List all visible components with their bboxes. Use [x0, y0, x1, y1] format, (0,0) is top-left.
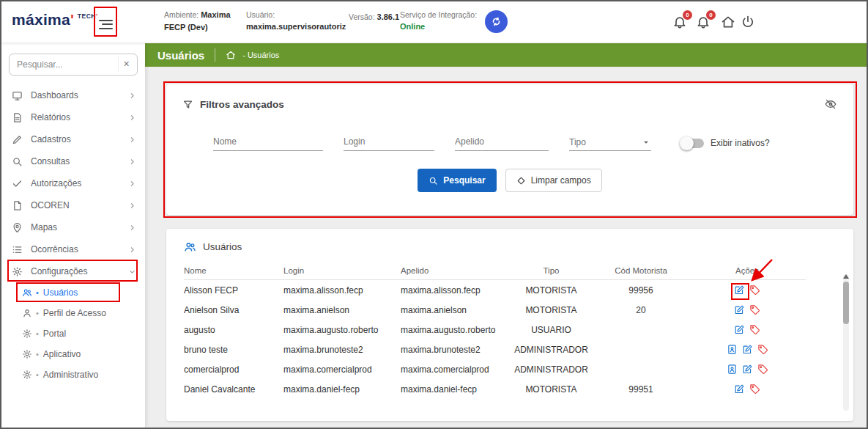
sidebar-item-cadastros[interactable]: Cadastros: [1, 128, 145, 150]
hamburger-menu-icon[interactable]: [99, 17, 113, 32]
sidebar-subitem-perfil-de-acesso[interactable]: Perfil de Acesso: [1, 303, 145, 323]
logout-icon: [741, 15, 755, 29]
home-icon[interactable]: [226, 50, 236, 60]
sync-icon: [490, 15, 502, 28]
cell-login: maxima.augusto.roberto: [283, 320, 401, 340]
cell-tipo: MOTORISTA: [509, 280, 593, 301]
sidebar-item-configuracoes[interactable]: Configurações: [1, 260, 145, 282]
sidebar-item-label: Dashboards: [31, 90, 78, 100]
tag-icon[interactable]: [757, 364, 768, 375]
cell-cod-motorista: 99951: [593, 379, 689, 399]
address-book-icon[interactable]: [727, 364, 738, 375]
chevron-right-icon: [128, 158, 136, 166]
search-clear-button[interactable]: ×: [118, 56, 134, 73]
sidebar-item-label: Cadastros: [31, 134, 71, 144]
scrollbar-up-arrow[interactable]: [843, 274, 849, 279]
pesquisar-button[interactable]: Pesquisar: [418, 169, 496, 192]
chevron-right-icon: [128, 180, 136, 188]
main-content: Usuários - Usuários Filtros avançados: [145, 43, 867, 428]
tag-icon[interactable]: [749, 324, 760, 335]
version-label: Versão:: [349, 12, 375, 21]
sidebar-subitem-portal[interactable]: Portal: [1, 323, 145, 344]
alert-badge: 0: [706, 10, 716, 20]
chevron-right-icon: [128, 202, 136, 210]
apelido-field: [455, 134, 549, 151]
map-pin-icon: [12, 222, 23, 233]
nome-field: [213, 134, 323, 151]
tag-icon[interactable]: [749, 285, 760, 296]
column-header-cod-motorista: Cód Motorista: [593, 262, 689, 280]
sidebar-subitem-label: Aplicativo: [36, 349, 81, 359]
search-icon: [429, 176, 438, 186]
list-icon: [12, 244, 23, 255]
login-input[interactable]: [344, 136, 434, 147]
edit-user-icon[interactable]: [734, 324, 745, 335]
eye-slash-icon[interactable]: [824, 98, 837, 111]
sidebar-search[interactable]: ×: [9, 54, 138, 76]
sidebar-subitem-administrativo[interactable]: Administrativo: [1, 364, 145, 385]
tag-icon[interactable]: [757, 344, 768, 355]
dashboard-icon: [12, 90, 23, 101]
sidebar-item-ocoren[interactable]: OCOREN: [1, 194, 145, 216]
edit-user-icon[interactable]: [734, 304, 745, 315]
application-window: máxima TECH Ambiente: Maxima FECP (Dev) …: [0, 0, 868, 429]
address-book-icon[interactable]: [727, 344, 738, 355]
divider: [215, 48, 215, 62]
chevron-down-icon: [128, 268, 136, 276]
table-scrollbar[interactable]: [843, 274, 849, 411]
limpar-campos-button[interactable]: Limpar campos: [505, 169, 602, 192]
sidebar-item-ocorrencias[interactable]: Ocorrências: [1, 238, 145, 260]
sidebar-search-input[interactable]: [17, 59, 118, 70]
tipo-select-value[interactable]: [569, 137, 641, 147]
cell-nome: Anielson Silva: [184, 300, 283, 320]
tipo-select[interactable]: [569, 137, 651, 151]
top-header: máxima TECH Ambiente: Maxima FECP (Dev) …: [1, 1, 867, 43]
sidebar-subitem-aplicativo[interactable]: Aplicativo: [1, 344, 145, 364]
table-row: augusto maxima.augusto.roberto maxima.au…: [184, 320, 806, 340]
integration-status-button[interactable]: [485, 10, 508, 33]
sidebar-subitem-label: Perfil de Acesso: [36, 308, 106, 318]
people-icon: [184, 241, 196, 253]
gear-icon: [22, 349, 32, 359]
cell-cod-motorista: [593, 320, 689, 340]
logout-button[interactable]: [741, 15, 755, 29]
cell-apelido: maxima.alisson.fecp: [401, 280, 509, 301]
cell-login: maxima.alisson.fecp: [283, 280, 401, 301]
sidebar-subitem-usuarios[interactable]: Usuários: [1, 282, 145, 303]
integration-service-info: Serviço de Integração: Online: [400, 9, 486, 33]
sidebar-item-dashboards[interactable]: Dashboards: [1, 84, 145, 106]
alerts-bell-button[interactable]: 0: [696, 15, 711, 29]
scrollbar-thumb[interactable]: [843, 282, 849, 324]
toggle-switch[interactable]: [682, 139, 704, 148]
users-table: Nome Login Apelido Tipo Cód Motorista Aç…: [184, 262, 806, 399]
tag-icon[interactable]: [749, 304, 760, 315]
sidebar-item-relatorios[interactable]: Relatórios: [1, 106, 145, 128]
sidebar-item-autorizacoes[interactable]: Autorizações: [1, 172, 145, 194]
limpar-campos-button-label: Limpar campos: [531, 175, 591, 186]
sidebar-item-label: Configurações: [31, 266, 87, 276]
table-row: Anielson Silva maxima.anielson maxima.an…: [184, 300, 806, 320]
edit-user-icon[interactable]: [742, 364, 753, 375]
cell-tipo: ADMINISTRADOR: [509, 340, 593, 359]
cell-login: maxima.brunoteste2: [283, 340, 401, 359]
exibir-inativos-toggle[interactable]: Exibir inativos?: [682, 138, 770, 151]
edit-user-icon[interactable]: [734, 384, 745, 395]
version-value: 3.86.1: [377, 12, 400, 21]
notifications-bell-button[interactable]: 0: [672, 15, 687, 29]
logo-text: máxima: [12, 11, 74, 28]
column-header-login: Login: [283, 262, 401, 280]
user-label: Usuário:: [246, 10, 275, 19]
home-button[interactable]: [721, 15, 735, 29]
column-header-acoes: Ações: [689, 262, 806, 280]
sidebar-item-mapas[interactable]: Mapas: [1, 216, 145, 238]
apelido-input[interactable]: [455, 136, 549, 147]
sidebar-item-consultas[interactable]: Consultas: [1, 150, 145, 172]
nome-input[interactable]: [213, 136, 323, 147]
cell-apelido: maxima.brunoteste2: [401, 340, 509, 359]
edit-user-icon[interactable]: [742, 344, 753, 355]
sidebar-item-label: Mapas: [31, 222, 57, 232]
sidebar-subitem-label: Administrativo: [36, 370, 98, 380]
cell-nome: Alisson FECP: [184, 280, 283, 301]
tag-icon[interactable]: [749, 384, 760, 395]
edit-user-icon[interactable]: [734, 285, 745, 296]
